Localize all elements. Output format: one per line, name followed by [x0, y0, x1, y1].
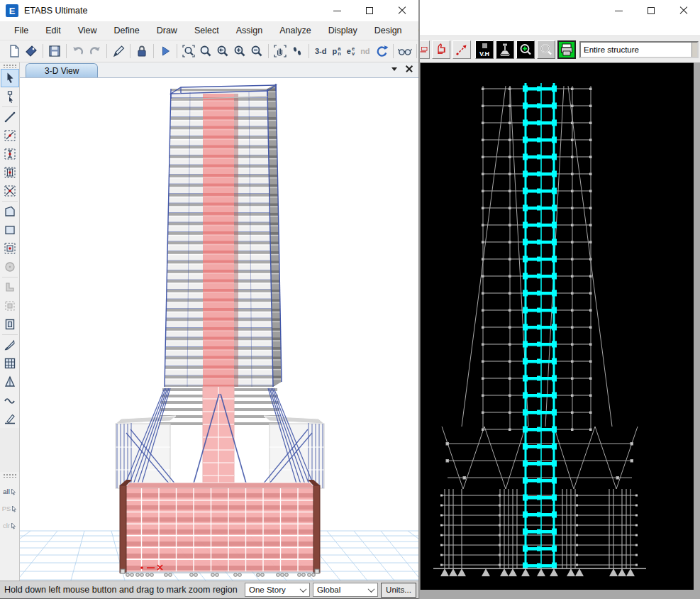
draw-dimension-tool[interactable]	[1, 373, 19, 391]
previous-selection-button: PS	[2, 495, 18, 512]
chevron-down-icon	[368, 586, 375, 593]
pan-icon[interactable]	[272, 43, 289, 60]
zoom-in-button[interactable]	[516, 40, 535, 59]
close-button[interactable]	[386, 0, 418, 21]
open-file-icon[interactable]	[23, 43, 40, 60]
results-viewport-frame	[420, 62, 700, 599]
results-window: V.H Entire structure	[419, 0, 700, 599]
minimize-button[interactable]	[602, 0, 635, 21]
rotate-3d-view-icon[interactable]	[373, 43, 390, 60]
zoom-button-disabled	[537, 40, 555, 59]
quick-draw-braces-tool[interactable]	[1, 182, 19, 200]
tab-close-icon[interactable]	[406, 65, 413, 72]
vh-square-glyph	[482, 43, 487, 48]
palette-grip-2[interactable]	[3, 473, 17, 478]
menu-draw[interactable]: Draw	[148, 23, 186, 38]
3d-building-model	[20, 78, 418, 581]
menu-file[interactable]: File	[6, 23, 37, 38]
units-button[interactable]: Units...	[381, 583, 416, 598]
measure-tool[interactable]	[1, 410, 19, 428]
dropdown-arrow-icon[interactable]	[691, 43, 697, 57]
chevron-down-icon	[300, 586, 307, 593]
quick-draw-column-tool[interactable]	[1, 145, 19, 163]
draw-opening-tool[interactable]	[1, 315, 19, 334]
quick-draw-beam-tool[interactable]	[1, 126, 19, 145]
view-3d-button[interactable]: 3-d	[312, 43, 330, 60]
status-bar: Hold down left mouse button and drag to …	[0, 581, 418, 599]
elevation-wireframe-model	[421, 63, 694, 590]
podium	[120, 480, 320, 573]
draw-wall-tool-disabled	[1, 278, 19, 297]
menu-edit[interactable]: Edit	[37, 23, 70, 38]
vh-view-button[interactable]: V.H	[475, 40, 494, 59]
pencil-draw-icon[interactable]	[110, 43, 127, 60]
draw-polygon-area-tool[interactable]	[1, 202, 19, 221]
menu-analyze[interactable]: Analyze	[271, 23, 319, 38]
redo-icon[interactable]	[87, 43, 104, 60]
desktop: E ETABS Ultimate File Edit View Define D…	[0, 0, 700, 599]
draw-beam-tool[interactable]	[1, 108, 19, 126]
view-scope-select[interactable]: Entire structure	[579, 41, 699, 58]
select-pointer-tool[interactable]	[1, 69, 19, 87]
story-mode-select[interactable]: One Story	[245, 583, 310, 597]
tab-dropdown-icon[interactable]	[391, 67, 397, 71]
walk-through-icon[interactable]	[289, 43, 306, 60]
draw-circle-tool-disabled	[1, 258, 19, 276]
menu-view[interactable]: View	[70, 23, 106, 38]
save-icon[interactable]	[46, 43, 63, 60]
rubber-band-zoom-icon[interactable]	[180, 43, 197, 60]
elevation-view-button[interactable]: eev	[344, 43, 357, 60]
window-title: ETABS Ultimate	[24, 6, 87, 16]
zoom-in-icon[interactable]	[231, 43, 248, 60]
menu-select[interactable]: Select	[186, 23, 228, 38]
menu-display[interactable]: Display	[320, 23, 366, 38]
knife-divide-tool[interactable]	[1, 336, 19, 354]
status-message: Hold down left mouse button and drag to …	[4, 585, 242, 595]
zoom-out-icon[interactable]	[248, 43, 265, 60]
draw-rectangular-area-tool[interactable]	[1, 221, 19, 239]
quick-draw-secondary-beams-tool[interactable]	[1, 163, 19, 182]
show-undeformed-icon[interactable]	[420, 40, 430, 59]
minimize-icon	[615, 11, 623, 11]
maximize-button[interactable]	[635, 0, 667, 21]
tamper-tool-button[interactable]	[496, 40, 514, 59]
close-button[interactable]	[667, 0, 700, 21]
undo-icon[interactable]	[70, 43, 87, 60]
plan-view-button[interactable]: pan	[330, 43, 344, 60]
new-model-icon[interactable]	[6, 43, 23, 60]
results-view-canvas[interactable]	[420, 62, 694, 590]
menu-define[interactable]: Define	[106, 23, 148, 38]
minimize-button[interactable]	[321, 0, 353, 21]
etabs-logo: E	[6, 4, 18, 17]
maximize-icon	[648, 7, 655, 14]
3d-view-canvas[interactable]	[20, 78, 418, 581]
draw-curve-tool[interactable]	[1, 391, 19, 410]
close-icon	[398, 6, 406, 15]
menu-bar: File Edit View Define Draw Select Assign…	[0, 21, 418, 40]
tab-3d-view[interactable]: 3-D View	[26, 63, 98, 77]
named-display-button: nd	[357, 43, 372, 60]
run-analysis-icon[interactable]	[157, 43, 174, 60]
show-displacement-icon[interactable]	[452, 40, 471, 59]
maximize-icon	[366, 7, 373, 14]
restore-full-view-icon[interactable]	[197, 43, 214, 60]
select-all-button[interactable]: all	[3, 478, 16, 495]
display-options-icon[interactable]	[396, 43, 413, 60]
menu-design[interactable]: Design	[366, 23, 411, 38]
previous-zoom-icon[interactable]	[214, 43, 231, 60]
close-icon	[679, 6, 688, 15]
menu-assign[interactable]: Assign	[228, 23, 272, 38]
reshape-object-tool[interactable]	[1, 87, 19, 106]
quick-draw-area-tool[interactable]	[1, 239, 19, 258]
title-bar[interactable]: E ETABS Ultimate	[0, 0, 418, 21]
show-deformed-shape-icon[interactable]	[432, 40, 450, 59]
print-button[interactable]	[557, 40, 576, 59]
draw-grid-tool[interactable]	[1, 354, 19, 373]
palette-grip[interactable]	[3, 64, 17, 68]
flare-core	[203, 387, 234, 488]
results-toolbar: V.H Entire structure	[420, 35, 700, 62]
maximize-button[interactable]	[353, 0, 386, 21]
results-title-bar[interactable]	[420, 0, 700, 35]
coord-system-select[interactable]: Global	[313, 583, 378, 597]
lock-model-icon[interactable]	[133, 43, 150, 60]
